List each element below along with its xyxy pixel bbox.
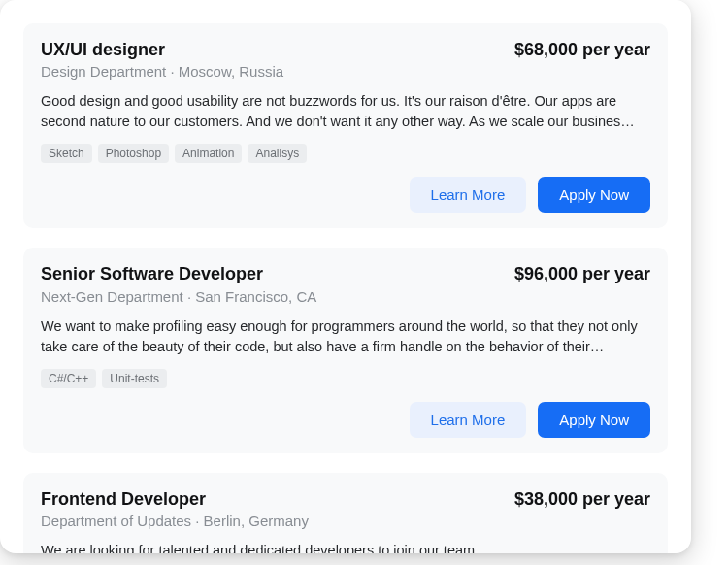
job-tags: Sketch Photoshop Animation Analisys [41, 144, 650, 163]
tag: Sketch [41, 144, 92, 163]
job-salary: $68,000 per year [514, 40, 650, 60]
job-card: Frontend Developer $38,000 per year Depa… [23, 473, 668, 553]
job-tags: C#/C++ Unit-tests [41, 369, 650, 388]
job-card: UX/UI designer $68,000 per year Design D… [23, 23, 668, 228]
job-meta: Design Department · Moscow, Russia [41, 63, 650, 80]
tag: Animation [175, 144, 242, 163]
tag: Unit-tests [102, 369, 167, 388]
tag: C#/C++ [41, 369, 96, 388]
job-meta: Department of Updates · Berlin, Germany [41, 513, 650, 529]
job-card-header: UX/UI designer $68,000 per year [41, 39, 650, 61]
job-card: Senior Software Developer $96,000 per ye… [23, 248, 668, 452]
tag: Analisys [248, 144, 307, 163]
job-card-header: Frontend Developer $38,000 per year [41, 488, 650, 511]
learn-more-button[interactable]: Learn More [410, 402, 527, 438]
job-description: Good design and good usability are not b… [41, 91, 650, 132]
job-actions: Learn More Apply Now [41, 177, 650, 213]
job-title: Senior Software Developer [41, 263, 263, 285]
job-card-header: Senior Software Developer $96,000 per ye… [41, 263, 650, 285]
job-actions: Learn More Apply Now [41, 402, 650, 438]
job-title: Frontend Developer [41, 488, 206, 511]
job-meta: Next-Gen Department · San Francisco, CA [41, 288, 650, 305]
job-title: UX/UI designer [41, 39, 165, 61]
job-salary: $96,000 per year [514, 264, 650, 284]
job-description: We want to make profiling easy enough fo… [41, 316, 650, 357]
tag: Photoshop [98, 144, 169, 163]
job-description: We are looking for talented and dedicate… [41, 541, 650, 553]
job-list-panel: UX/UI designer $68,000 per year Design D… [0, 0, 691, 553]
job-salary: $38,000 per year [514, 489, 650, 510]
learn-more-button[interactable]: Learn More [410, 177, 527, 213]
apply-now-button[interactable]: Apply Now [538, 177, 650, 213]
apply-now-button[interactable]: Apply Now [538, 402, 650, 438]
